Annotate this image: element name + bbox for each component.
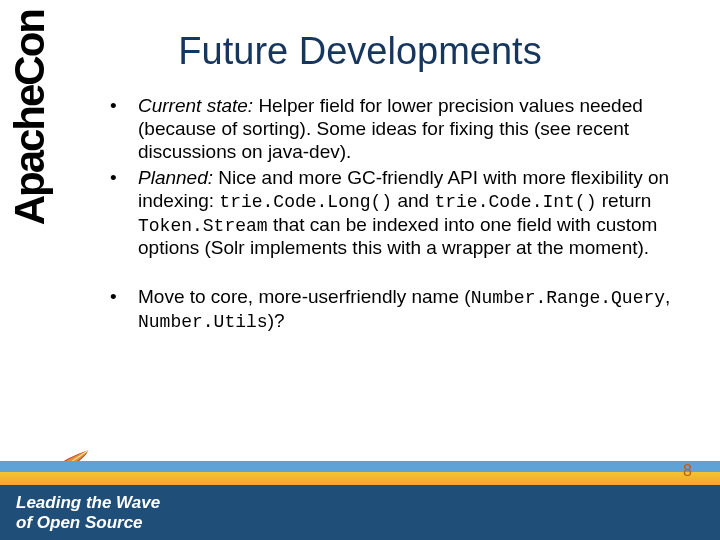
slide-title: Future Developments bbox=[0, 30, 720, 73]
bullet-marker: • bbox=[110, 95, 138, 163]
bullet-text: Planned: Nice and more GC-friendly API w… bbox=[138, 167, 690, 260]
bullet-item: • Move to core, more-userfriendly name (… bbox=[110, 286, 690, 333]
bullet-text: Move to core, more-userfriendly name (Nu… bbox=[138, 286, 690, 333]
footer-bar: Leading the Wave of Open Source bbox=[0, 485, 720, 540]
bullet-item: • Planned: Nice and more GC-friendly API… bbox=[110, 167, 690, 260]
footer-color-band bbox=[0, 461, 720, 485]
bullet-marker: • bbox=[110, 286, 138, 333]
bullet-marker: • bbox=[110, 167, 138, 260]
footer-tagline: Leading the Wave of Open Source bbox=[16, 493, 160, 532]
bullet-text: Current state: Helper field for lower pr… bbox=[138, 95, 690, 163]
page-number: 8 bbox=[683, 462, 692, 480]
bullet-item: • Current state: Helper field for lower … bbox=[110, 95, 690, 163]
slide-content: • Current state: Helper field for lower … bbox=[110, 95, 690, 337]
